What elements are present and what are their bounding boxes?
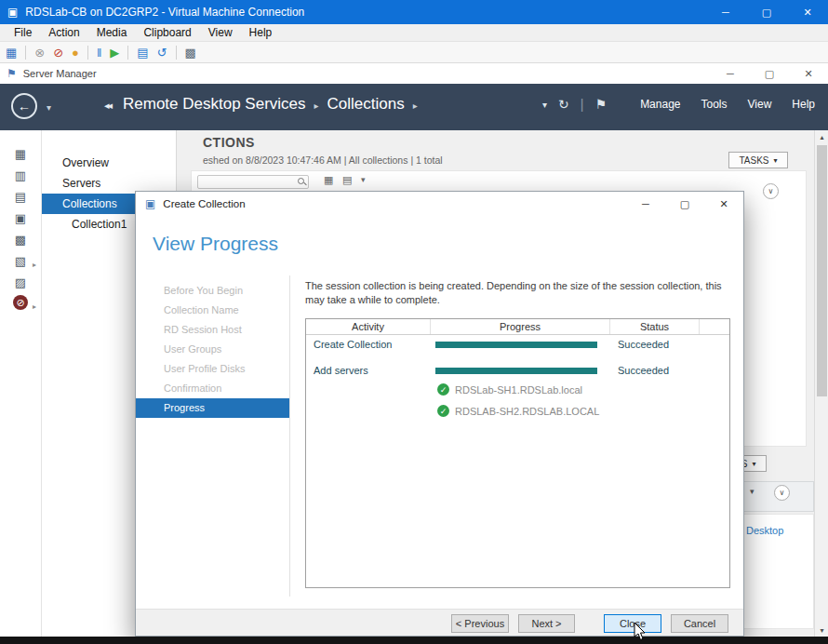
save-state-icon[interactable]: ● — [72, 47, 79, 59]
vm-window-bottom-edge — [0, 637, 828, 644]
dashboard-icon[interactable]: ▦ — [12, 145, 29, 162]
rail-flyout-icon[interactable]: ▸ — [33, 261, 36, 269]
cancel-button[interactable]: Cancel — [671, 614, 728, 633]
collapse-panel-button[interactable]: ∨ — [774, 485, 790, 501]
success-check-icon: ✓ — [437, 405, 449, 417]
breadcrumb-separator-icon: ▸ — [413, 101, 418, 111]
panel-dropdown-icon[interactable]: ▾ — [750, 487, 755, 496]
view-dropdown-icon[interactable]: ▾ — [361, 175, 366, 184]
next-button[interactable]: Next > — [518, 614, 575, 633]
wizard-divider — [289, 275, 290, 597]
toolbar-separator — [127, 46, 128, 60]
filter-input[interactable] — [197, 175, 309, 189]
checkpoint-icon[interactable]: ▤ — [137, 47, 148, 59]
menu-action[interactable]: Action — [40, 26, 87, 39]
remote-desktop-services-icon[interactable]: ▩ — [12, 231, 29, 248]
server-manager-banner: ← ▾ ◂◂ Remote Desktop Services ▸ Collect… — [0, 84, 828, 130]
sm-close-button[interactable]: ✕ — [789, 63, 828, 84]
start-icon[interactable]: ▶ — [110, 47, 119, 59]
dialog-minimize-button[interactable]: ─ — [626, 192, 665, 216]
breadcrumb-collections[interactable]: Collections — [327, 95, 405, 114]
wizard-step-rd-session-host[interactable]: RD Session Host — [136, 320, 289, 340]
desktop-link[interactable]: Desktop — [746, 525, 783, 536]
menu-media[interactable]: Media — [88, 26, 136, 39]
wizard-step-user-profile-disks[interactable]: User Profile Disks — [136, 359, 289, 379]
dialog-app-icon: ▣ — [145, 197, 155, 210]
nav-item-overview[interactable]: Overview — [42, 153, 176, 173]
vm-close-button[interactable]: ✕ — [787, 0, 828, 24]
server-name: RDSLab-SH1.RDSLab.local — [455, 384, 582, 396]
vm-menubar: File Action Media Clipboard View Help — [0, 24, 828, 42]
turn-off-icon[interactable]: ⊗ — [34, 47, 45, 59]
shut-down-icon[interactable]: ⊘ — [53, 47, 63, 59]
wizard-step-before-you-begin[interactable]: Before You Begin — [136, 281, 289, 301]
left-icon-rail: ▦ ▥ ▤ ▣ ▩ ▧ ▨ ⊘ — [0, 130, 42, 637]
scope-dropdown-icon[interactable]: ▾ — [542, 100, 547, 110]
menu-help[interactable]: Help — [241, 26, 281, 39]
breadcrumb-rds[interactable]: Remote Desktop Services — [123, 95, 306, 114]
all-servers-icon[interactable]: ▤ — [12, 188, 29, 205]
menu-view[interactable]: View — [200, 26, 241, 39]
menu-manage[interactable]: Manage — [640, 98, 680, 111]
pause-icon[interactable]: ‖ — [97, 47, 101, 59]
error-badge-icon[interactable]: ⊘ — [13, 295, 28, 310]
sm-minimize-button[interactable]: ─ — [711, 63, 750, 84]
tasks-dropdown-icon: ▾ — [774, 156, 778, 165]
tasks-button[interactable]: TASKS ▾ — [728, 152, 788, 168]
menu-sm-help[interactable]: Help — [792, 98, 815, 111]
vm-maximize-button[interactable]: ▢ — [746, 0, 787, 24]
ctrl-alt-del-icon[interactable]: ▦ — [6, 47, 17, 59]
vmconnect-app-icon: ▣ — [7, 6, 18, 19]
refresh-icon[interactable]: ↻ — [558, 97, 569, 112]
wizard-step-progress[interactable]: Progress — [136, 398, 289, 418]
collapse-panel-button[interactable]: ∨ — [763, 183, 779, 199]
banner-divider: | — [581, 97, 584, 112]
menu-clipboard[interactable]: Clipboard — [135, 26, 199, 39]
columns-icon[interactable]: ▤ — [342, 174, 352, 186]
column-header-activity[interactable]: Activity — [306, 319, 431, 334]
dialog-close-button[interactable]: ✕ — [704, 192, 743, 216]
notifications-flag-icon[interactable]: ⚑ — [594, 97, 607, 112]
previous-button[interactable]: < Previous — [451, 614, 509, 633]
vm-window-title: RDSLab-CB on DC2GRP2 - Virtual Machine C… — [25, 6, 304, 19]
progress-description: The session collection is being created.… — [305, 279, 735, 307]
dialog-maximize-button[interactable]: ▢ — [665, 192, 704, 216]
menu-sm-view[interactable]: View — [748, 98, 772, 111]
table-row: Create Collection Succeeded — [306, 335, 729, 359]
vm-connection-window: ▣ RDSLab-CB on DC2GRP2 - Virtual Machine… — [0, 0, 828, 644]
collections-rail-icon[interactable]: ▧ — [12, 252, 29, 269]
back-button[interactable]: ← — [11, 93, 37, 119]
vertical-scrollbar[interactable]: ▴ ▾ — [814, 130, 828, 637]
scroll-down-icon[interactable]: ▾ — [815, 624, 828, 637]
scrollbar-thumb[interactable] — [817, 145, 827, 396]
sm-maximize-button[interactable]: ▢ — [750, 63, 789, 84]
events-icon[interactable]: ▨ — [12, 274, 29, 290]
revert-icon[interactable]: ↺ — [157, 47, 167, 59]
enhanced-session-icon[interactable]: ▩ — [185, 47, 196, 59]
rail-flyout-icon[interactable]: ▸ — [33, 302, 36, 311]
dialog-title: Create Collection — [163, 198, 245, 209]
tasks-label: TASKS — [739, 155, 768, 166]
progress-bar — [435, 342, 597, 348]
server-manager-app-icon: ⚑ — [7, 67, 17, 80]
menu-tools[interactable]: Tools — [701, 98, 728, 111]
wizard-step-user-groups[interactable]: User Groups — [136, 340, 289, 359]
vm-minimize-button[interactable]: ─ — [705, 0, 746, 24]
column-header-progress[interactable]: Progress — [431, 319, 610, 334]
server-manager-title: Server Manager — [23, 68, 97, 79]
file-storage-icon[interactable]: ▣ — [12, 209, 29, 226]
local-server-icon[interactable]: ▥ — [12, 167, 29, 183]
wizard-step-confirmation[interactable]: Confirmation — [136, 379, 289, 398]
dialog-titlebar[interactable]: ▣ Create Collection ─ ▢ ✕ — [136, 192, 743, 216]
scroll-up-icon[interactable]: ▴ — [815, 130, 828, 143]
wizard-step-collection-name[interactable]: Collection Name — [136, 301, 289, 320]
close-button[interactable]: Close — [604, 614, 661, 633]
server-manager-titlebar: ⚑ Server Manager ─ ▢ ✕ — [0, 63, 828, 84]
nav-history-dropdown-icon[interactable]: ▾ — [47, 102, 51, 113]
status-label: Succeeded — [618, 339, 669, 350]
filter-icon[interactable]: ▦ — [324, 174, 333, 186]
column-header-status[interactable]: Status — [610, 319, 700, 334]
menu-file[interactable]: File — [6, 26, 40, 39]
breadcrumb-collapse-icon[interactable]: ◂◂ — [104, 100, 111, 112]
mouse-cursor — [634, 623, 647, 641]
